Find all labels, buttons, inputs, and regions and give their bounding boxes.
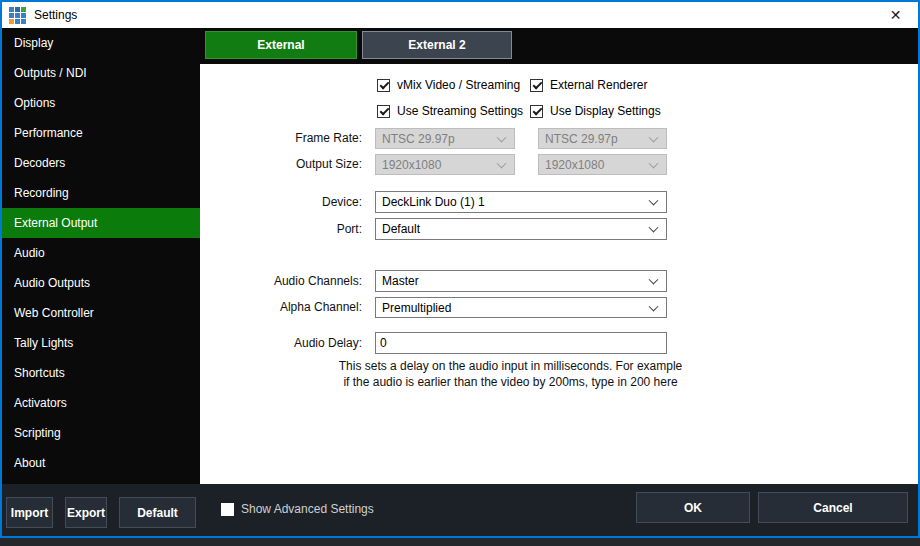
- sidebar-item-label: Activators: [14, 396, 67, 410]
- sidebar-item-label: Display: [14, 36, 53, 50]
- audio-delay-label: Audio Delay:: [200, 332, 362, 354]
- sidebar-item-label: Web Controller: [14, 306, 94, 320]
- chevron-down-icon: [649, 196, 659, 206]
- sidebar-item-label: Shortcuts: [14, 366, 65, 380]
- sidebar-item-label: About: [14, 456, 45, 470]
- vmix-video-streaming-checkbox[interactable]: vMix Video / Streaming: [377, 78, 520, 92]
- chevron-down-icon: [649, 223, 659, 233]
- sidebar-item-label: Recording: [14, 186, 69, 200]
- frame-rate-label: Frame Rate:: [200, 128, 362, 149]
- use-streaming-settings-checkbox[interactable]: Use Streaming Settings: [377, 104, 523, 118]
- cancel-button[interactable]: Cancel: [758, 492, 908, 523]
- port-label: Port:: [200, 218, 362, 240]
- chevron-down-icon: [649, 132, 659, 142]
- sidebar-item-label: Scripting: [14, 426, 61, 440]
- sidebar-item-web-controller[interactable]: Web Controller: [2, 298, 200, 328]
- sidebar-item-label: Tally Lights: [14, 336, 73, 350]
- dropdown-value: 1920x1080: [382, 158, 441, 172]
- checkbox-label: vMix Video / Streaming: [397, 78, 520, 92]
- import-button[interactable]: Import: [6, 497, 53, 528]
- tab-external[interactable]: External: [205, 31, 357, 59]
- sidebar-item-label: Decoders: [14, 156, 65, 170]
- sidebar-item-label: Audio Outputs: [14, 276, 90, 290]
- chevron-down-icon: [649, 301, 659, 311]
- dropdown-value: NTSC 29.97p: [382, 132, 455, 146]
- window-title: Settings: [34, 8, 77, 22]
- dropdown-value: Premultiplied: [382, 301, 451, 315]
- export-button[interactable]: Export: [65, 497, 107, 528]
- show-advanced-settings-checkbox[interactable]: Show Advanced Settings: [221, 502, 374, 516]
- dropdown-value: NTSC 29.97p: [545, 132, 618, 146]
- dropdown-value: DeckLink Duo (1) 1: [382, 195, 485, 209]
- sidebar-item-activators[interactable]: Activators: [2, 388, 200, 418]
- output-size-dropdown-1: 1920x1080: [375, 154, 515, 175]
- checkbox-label: Use Streaming Settings: [397, 104, 523, 118]
- sidebar-item-label: Outputs / NDI: [14, 66, 87, 80]
- output-size-dropdown-2: 1920x1080: [538, 154, 667, 175]
- chevron-down-icon: [497, 158, 507, 168]
- output-tabs: External External 2: [200, 28, 918, 64]
- audio-delay-help-text: This sets a delay on the audio input in …: [338, 358, 683, 390]
- sidebar-item-scripting[interactable]: Scripting: [2, 418, 200, 448]
- sidebar-item-label: Options: [14, 96, 55, 110]
- tab-external-2[interactable]: External 2: [362, 31, 512, 59]
- checkbox-icon: [221, 503, 234, 516]
- sidebar-item-outputs-ndi[interactable]: Outputs / NDI: [2, 58, 200, 88]
- sidebar-item-about[interactable]: About: [2, 448, 200, 478]
- checkbox-label: Show Advanced Settings: [241, 502, 374, 516]
- sidebar-item-decoders[interactable]: Decoders: [2, 148, 200, 178]
- settings-window: Settings ✕ Display Outputs / NDI Options…: [0, 0, 920, 538]
- audio-delay-input[interactable]: [375, 332, 667, 354]
- default-button[interactable]: Default: [119, 497, 196, 528]
- close-icon[interactable]: ✕: [873, 2, 918, 28]
- sidebar-item-external-output[interactable]: External Output: [2, 208, 200, 238]
- sidebar-item-shortcuts[interactable]: Shortcuts: [2, 358, 200, 388]
- dropdown-value: Master: [382, 274, 419, 288]
- device-label: Device:: [200, 191, 362, 213]
- sidebar-item-audio[interactable]: Audio: [2, 238, 200, 268]
- audio-channels-label: Audio Channels:: [200, 270, 362, 292]
- output-size-label: Output Size:: [200, 154, 362, 175]
- sidebar-item-display[interactable]: Display: [2, 28, 200, 58]
- sidebar-item-recording[interactable]: Recording: [2, 178, 200, 208]
- use-display-settings-checkbox[interactable]: Use Display Settings: [530, 104, 661, 118]
- alpha-channel-dropdown[interactable]: Premultiplied: [375, 297, 667, 318]
- sidebar-item-audio-outputs[interactable]: Audio Outputs: [2, 268, 200, 298]
- settings-sidebar: Display Outputs / NDI Options Performanc…: [2, 28, 200, 484]
- sidebar-item-tally-lights[interactable]: Tally Lights: [2, 328, 200, 358]
- sidebar-item-performance[interactable]: Performance: [2, 118, 200, 148]
- chevron-down-icon: [649, 275, 659, 285]
- chevron-down-icon: [497, 132, 507, 142]
- checkbox-icon: [377, 79, 390, 92]
- sidebar-item-label: Audio: [14, 246, 45, 260]
- external-output-panel: vMix Video / Streaming External Renderer…: [200, 64, 918, 484]
- port-dropdown[interactable]: Default: [375, 218, 667, 240]
- dropdown-value: 1920x1080: [545, 158, 604, 172]
- vmix-logo-icon: [9, 7, 26, 24]
- frame-rate-dropdown-1: NTSC 29.97p: [375, 128, 515, 149]
- alpha-channel-label: Alpha Channel:: [200, 297, 362, 318]
- dropdown-value: Default: [382, 222, 420, 236]
- title-bar: Settings ✕: [2, 2, 918, 28]
- ok-button[interactable]: OK: [636, 492, 750, 523]
- sidebar-item-options[interactable]: Options: [2, 88, 200, 118]
- sidebar-item-label: External Output: [14, 216, 97, 230]
- audio-channels-dropdown[interactable]: Master: [375, 270, 667, 292]
- external-renderer-checkbox[interactable]: External Renderer: [530, 78, 647, 92]
- device-dropdown[interactable]: DeckLink Duo (1) 1: [375, 191, 667, 213]
- checkbox-icon: [530, 105, 543, 118]
- checkbox-icon: [377, 105, 390, 118]
- checkbox-label: External Renderer: [550, 78, 647, 92]
- bottom-bar: Import Export Default Show Advanced Sett…: [2, 484, 918, 536]
- checkbox-icon: [530, 79, 543, 92]
- sidebar-item-label: Performance: [14, 126, 83, 140]
- frame-rate-dropdown-2: NTSC 29.97p: [538, 128, 667, 149]
- checkbox-label: Use Display Settings: [550, 104, 661, 118]
- chevron-down-icon: [649, 158, 659, 168]
